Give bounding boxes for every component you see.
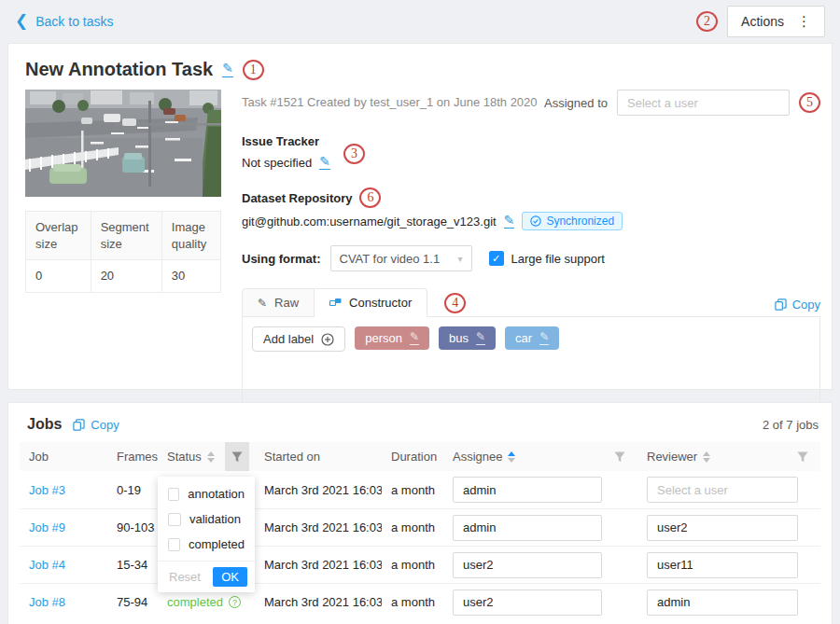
reviewer-input[interactable] xyxy=(647,477,798,503)
column-header-reviewer[interactable]: Reviewer xyxy=(637,442,820,471)
add-label-text: Add label xyxy=(263,332,314,346)
edit-label-icon[interactable]: ✎ xyxy=(410,331,419,344)
edit-title-icon[interactable]: ✎ xyxy=(222,62,233,76)
format-select[interactable]: CVAT for video 1.1 ▾ xyxy=(330,245,472,271)
filter-option-validation[interactable]: validation xyxy=(158,506,255,532)
label-chip-car[interactable]: car ✎ xyxy=(505,326,559,350)
job-row-3: Job #3 0-19 March 3rd 2021 16:03 a month xyxy=(20,471,820,508)
assigned-to-input[interactable] xyxy=(617,90,790,116)
edit-label-icon[interactable]: ✎ xyxy=(539,331,549,344)
back-to-tasks-label: Back to tasks xyxy=(35,14,113,29)
label-chip-person-text: person xyxy=(365,331,402,345)
sort-icon-status[interactable] xyxy=(207,451,215,463)
started-cell: March 3rd 2021 16:03 xyxy=(255,558,382,572)
tab-raw[interactable]: ✎ Raw xyxy=(242,288,315,317)
status-cell: completed ? xyxy=(167,595,255,609)
reviewer-input[interactable] xyxy=(647,552,798,578)
job-link[interactable]: Job #3 xyxy=(29,483,65,497)
using-format-label: Using format: xyxy=(242,252,321,266)
repository-url: git@github.com:username/git_storage_v123… xyxy=(242,215,497,229)
frames-cell: 90-103 xyxy=(107,520,158,534)
add-label-button[interactable]: Add label xyxy=(252,326,345,352)
checkbox-unchecked-icon xyxy=(168,488,179,501)
tab-raw-label: Raw xyxy=(274,296,299,310)
copy-labels-label: Copy xyxy=(792,298,820,312)
filter-icon-reviewer[interactable] xyxy=(791,442,815,471)
reviewer-input[interactable] xyxy=(647,515,798,541)
job-link[interactable]: Job #8 xyxy=(29,595,65,609)
task-details-card: New Annotation Task ✎ 1 xyxy=(7,43,833,390)
assignee-input[interactable] xyxy=(453,515,602,541)
started-cell: March 3rd 2021 16:03 xyxy=(255,483,382,497)
copy-icon xyxy=(73,419,85,431)
copy-icon xyxy=(775,298,787,311)
frames-cell: 75-94 xyxy=(107,595,158,609)
sync-status-label: Synchronized xyxy=(546,215,614,228)
checkbox-unchecked-icon xyxy=(168,538,180,551)
task-meta-text: Task #1521 Created by test_user_1 on Jun… xyxy=(242,90,538,109)
started-cell: March 3rd 2021 16:03 xyxy=(255,595,382,609)
param-header-segment: Segment size xyxy=(91,212,161,260)
frames-cell: 0-19 xyxy=(107,483,158,497)
jobs-title: Jobs xyxy=(27,416,62,433)
filter-option-annotation[interactable]: annotation xyxy=(158,481,255,506)
duration-cell: a month xyxy=(382,483,443,497)
reviewer-input[interactable] xyxy=(647,589,798,616)
copy-jobs-button[interactable]: Copy xyxy=(73,418,119,432)
task-params-table: Overlap size Segment size Image quality … xyxy=(25,211,221,293)
tab-constructor[interactable]: Constructor xyxy=(315,288,427,317)
jobs-table: Job Frames Status Started on Duration As… xyxy=(20,442,820,620)
column-header-started: Started on xyxy=(255,450,382,464)
actions-label: Actions xyxy=(741,14,784,29)
label-chip-bus[interactable]: bus ✎ xyxy=(439,326,496,350)
label-chip-car-text: car xyxy=(515,331,532,345)
annotation-marker-4: 4 xyxy=(444,293,466,313)
checkbox-checked-icon: ✓ xyxy=(489,251,504,266)
assigned-to-label: Assigned to xyxy=(544,96,608,110)
sync-check-icon xyxy=(530,215,541,227)
sync-status-badge: Synchronized xyxy=(522,212,623,230)
edit-repository-icon[interactable]: ✎ xyxy=(504,214,515,229)
job-row-9: Job #9 90-103 March 3rd 2021 16:03 a mon… xyxy=(20,508,820,546)
column-header-assignee[interactable]: Assignee xyxy=(443,442,637,471)
label-chip-person[interactable]: person ✎ xyxy=(355,326,429,350)
more-vertical-icon: ⋮ xyxy=(797,13,811,30)
assignee-input[interactable] xyxy=(453,477,602,503)
param-value-segment: 20 xyxy=(91,260,161,293)
job-link[interactable]: Job #4 xyxy=(29,558,65,572)
job-link[interactable]: Job #9 xyxy=(29,520,65,534)
job-row-8: Job #8 75-94 completed ? March 3rd 2021 … xyxy=(20,583,820,620)
edit-label-icon[interactable]: ✎ xyxy=(476,331,485,344)
column-header-frames: Frames xyxy=(107,450,158,464)
large-file-support-checkbox[interactable]: ✓ Large file support xyxy=(489,251,605,266)
started-cell: March 3rd 2021 16:03 xyxy=(255,520,382,534)
column-header-duration: Duration xyxy=(382,450,443,464)
copy-labels-button[interactable]: Copy xyxy=(775,298,820,312)
param-header-quality: Image quality xyxy=(161,212,220,260)
filter-reset-button[interactable]: Reset xyxy=(165,568,204,586)
actions-button[interactable]: Actions ⋮ xyxy=(727,6,825,37)
pencil-icon: ✎ xyxy=(258,297,267,310)
jobs-count: 2 of 7 jobs xyxy=(763,418,819,432)
assignee-input[interactable] xyxy=(453,589,602,616)
filter-option-completed[interactable]: completed xyxy=(158,532,255,557)
param-header-overlap: Overlap size xyxy=(26,212,91,260)
sort-icon-assignee[interactable] xyxy=(508,451,515,463)
annotation-marker-2: 2 xyxy=(696,11,718,32)
column-header-status[interactable]: Status xyxy=(158,442,255,471)
issue-tracker-label: Issue Tracker xyxy=(242,134,820,148)
filter-icon-assignee[interactable] xyxy=(608,442,632,471)
back-to-tasks-link[interactable]: ❮ Back to tasks xyxy=(15,14,114,30)
annotation-marker-1: 1 xyxy=(243,60,264,80)
label-chip-bus-text: bus xyxy=(449,331,469,345)
task-title: New Annotation Task xyxy=(25,59,213,80)
assignee-input[interactable] xyxy=(453,552,602,578)
filter-ok-button[interactable]: OK xyxy=(213,567,247,587)
filter-icon-status[interactable] xyxy=(225,442,249,471)
edit-issue-tracker-icon[interactable]: ✎ xyxy=(319,155,330,170)
annotation-marker-5: 5 xyxy=(799,92,820,113)
jobs-card: Jobs Copy 2 of 7 jobs Job Frames Status … xyxy=(7,402,833,624)
sort-icon-reviewer[interactable] xyxy=(703,451,710,463)
issue-tracker-value: Not specified xyxy=(242,156,312,170)
dataset-repository-label: Dataset Repository xyxy=(242,191,352,205)
